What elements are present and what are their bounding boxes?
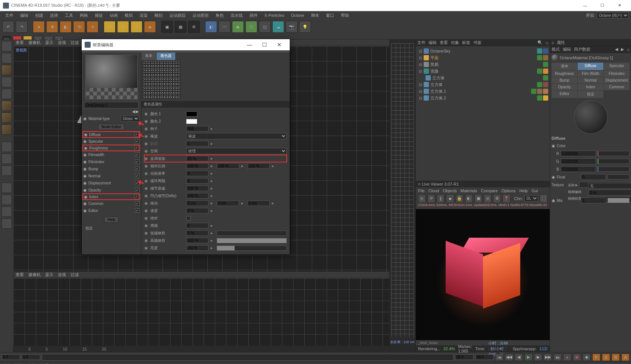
lv-file[interactable]: File bbox=[418, 189, 425, 193]
help-button[interactable]: Help bbox=[104, 216, 119, 223]
tab-shader[interactable]: 着色器 bbox=[157, 53, 175, 60]
lv-clay-icon[interactable]: ◐ bbox=[465, 194, 473, 203]
rot-key-icon[interactable]: R bbox=[612, 354, 620, 361]
maximize-button[interactable]: ☐ bbox=[594, 0, 611, 11]
channel-row[interactable]: ◉Diffuse bbox=[82, 131, 140, 138]
generator-icon[interactable]: ⬡ bbox=[245, 21, 257, 33]
end2-frame[interactable] bbox=[475, 354, 494, 360]
menu-tools[interactable]: 工具 bbox=[62, 12, 76, 19]
menu-track[interactable]: 运动跟踪 bbox=[166, 12, 189, 19]
b-input[interactable] bbox=[561, 166, 596, 172]
magnet-icon[interactable] bbox=[1, 194, 12, 205]
menu-create[interactable]: 创建 bbox=[32, 12, 46, 19]
uv-icon[interactable] bbox=[1, 218, 12, 229]
texture-mode-icon[interactable] bbox=[1, 77, 12, 87]
environment-icon[interactable]: ☁ bbox=[272, 21, 284, 33]
object-row[interactable]: ⊟OctaneSky bbox=[417, 48, 548, 54]
lastused-tool-icon[interactable]: ✦ bbox=[87, 21, 98, 33]
attr-tab[interactable]: 指定 bbox=[578, 91, 603, 98]
cur-frame[interactable] bbox=[22, 354, 40, 360]
z-axis-icon[interactable]: Z bbox=[131, 21, 142, 33]
attr-tab[interactable]: Specular bbox=[604, 63, 630, 70]
lv-compare[interactable]: Compare bbox=[481, 189, 497, 193]
brush-icon[interactable] bbox=[1, 206, 12, 217]
object-row[interactable]: ⊟立方体 bbox=[417, 81, 548, 88]
deformer-icon[interactable]: ◫ bbox=[259, 21, 271, 33]
channel-row[interactable]: ◉Specular bbox=[82, 138, 141, 145]
attr-tab[interactable]: Bump bbox=[552, 77, 577, 83]
vp-filter[interactable]: 过滤 bbox=[70, 40, 79, 45]
layout-select[interactable]: Octane (用户) bbox=[597, 12, 629, 19]
menu-file[interactable]: 文件 bbox=[2, 12, 16, 19]
render-pv-icon[interactable]: ▦ bbox=[175, 21, 186, 33]
tweak-icon[interactable] bbox=[1, 183, 12, 193]
channel-row[interactable]: ◉Normal bbox=[82, 172, 141, 179]
prev-key-icon[interactable]: ◀◀ bbox=[505, 354, 513, 361]
object-mode-icon[interactable] bbox=[1, 65, 12, 75]
float-input[interactable] bbox=[581, 174, 606, 180]
attr-tab[interactable]: Normal bbox=[578, 77, 603, 83]
time-ruler[interactable]: 0 5 10 15 20 bbox=[13, 345, 389, 352]
light-icon[interactable]: 💡 bbox=[299, 21, 311, 33]
mix-input[interactable] bbox=[581, 197, 606, 203]
menu-help[interactable]: 帮助 bbox=[338, 12, 352, 19]
mat-func[interactable]: 功能 bbox=[28, 363, 36, 364]
obj-objects[interactable]: 对象 bbox=[451, 40, 459, 45]
lv-region-icon[interactable]: ▣ bbox=[474, 194, 482, 203]
lv-refresh-icon[interactable]: ⟳ bbox=[427, 194, 435, 203]
nav-back-icon[interactable]: ◀ bbox=[132, 109, 135, 114]
lv-gui[interactable]: Gui bbox=[531, 189, 538, 193]
scale-tool-icon[interactable]: ◧ bbox=[60, 21, 72, 33]
attr-tab[interactable]: Filmindex bbox=[604, 70, 630, 77]
axis-icon[interactable] bbox=[1, 142, 12, 152]
channel-row[interactable]: ◉Filmwidth bbox=[82, 151, 141, 158]
editable-icon[interactable] bbox=[1, 41, 12, 51]
mat-edit[interactable]: 编辑 bbox=[15, 363, 23, 364]
select-tool-icon[interactable]: ➤ bbox=[33, 21, 45, 33]
attr-tab[interactable]: 基本 bbox=[552, 63, 577, 70]
vp-display[interactable]: 显示 bbox=[45, 40, 53, 45]
side-viewport[interactable] bbox=[13, 278, 389, 345]
object-tree[interactable]: ⊟OctaneSky⊟平面⊟简易⊟克隆立方体⊟立方体⊟立方体.1⊟立方体.2 bbox=[416, 46, 550, 181]
camera-icon[interactable]: 📷 bbox=[286, 21, 298, 33]
g-input[interactable] bbox=[561, 158, 596, 164]
menu-script[interactable]: 脚本 bbox=[308, 12, 322, 19]
object-row[interactable]: ⊟简易 bbox=[417, 61, 548, 68]
menu-plugins[interactable]: 插件 bbox=[247, 12, 261, 19]
menu-mesh[interactable]: 网格 bbox=[77, 12, 91, 19]
lv-objects[interactable]: Objects bbox=[443, 189, 456, 193]
lv-settings-icon[interactable]: ⚙ bbox=[493, 194, 501, 203]
next-key-icon[interactable]: ▶▶ bbox=[544, 354, 552, 361]
start-frame[interactable] bbox=[1, 354, 20, 360]
attr-tab[interactable]: Common bbox=[604, 84, 630, 90]
scale-key-icon[interactable]: S bbox=[602, 354, 610, 361]
pos-key-icon[interactable]: P bbox=[592, 354, 600, 361]
channel-row[interactable]: ◉Opacity bbox=[82, 187, 141, 193]
keyframe-icon[interactable]: ◆ bbox=[583, 354, 591, 361]
home-icon[interactable]: ⌂ bbox=[546, 41, 548, 45]
lv-help[interactable]: Help bbox=[519, 189, 528, 193]
prev-frame-icon[interactable]: ◀ bbox=[515, 354, 523, 361]
move-tool-icon[interactable]: ✥ bbox=[46, 21, 58, 33]
menu-snap[interactable]: 捕捉 bbox=[92, 12, 106, 19]
menu-sculpt[interactable]: 雕刻 bbox=[151, 12, 166, 19]
material-name-input[interactable] bbox=[84, 102, 139, 108]
r-input[interactable] bbox=[561, 151, 596, 156]
vp-camera[interactable]: 摄像机 bbox=[28, 40, 41, 45]
obj-bookmarks[interactable]: 书签 bbox=[473, 40, 481, 45]
channel-row[interactable]: ◉Bump bbox=[82, 165, 141, 172]
param-key-icon[interactable]: A bbox=[621, 354, 630, 361]
rotate-tool-icon[interactable]: ⟲ bbox=[73, 21, 85, 33]
material-editor-dialog[interactable]: 材质编辑器 — ☐ ✕ ◀ ▶ ◉ Material type Glossy N… bbox=[81, 39, 290, 255]
noise-preview[interactable] bbox=[143, 61, 180, 99]
menu-sim[interactable]: 模拟 bbox=[122, 12, 136, 19]
nurbs-icon[interactable]: ◉ bbox=[232, 21, 244, 33]
mat-create[interactable]: 创建 bbox=[2, 363, 10, 364]
y-axis-icon[interactable]: Y bbox=[117, 21, 129, 33]
lv-pin-icon[interactable]: 📍 bbox=[502, 194, 510, 203]
mix-slider[interactable] bbox=[608, 198, 630, 203]
lv-focus-icon[interactable]: ◎ bbox=[484, 194, 492, 203]
attr-back-icon[interactable]: ◀ bbox=[615, 47, 618, 52]
minimize-button[interactable]: — bbox=[577, 0, 594, 11]
float-slider[interactable] bbox=[608, 174, 630, 180]
